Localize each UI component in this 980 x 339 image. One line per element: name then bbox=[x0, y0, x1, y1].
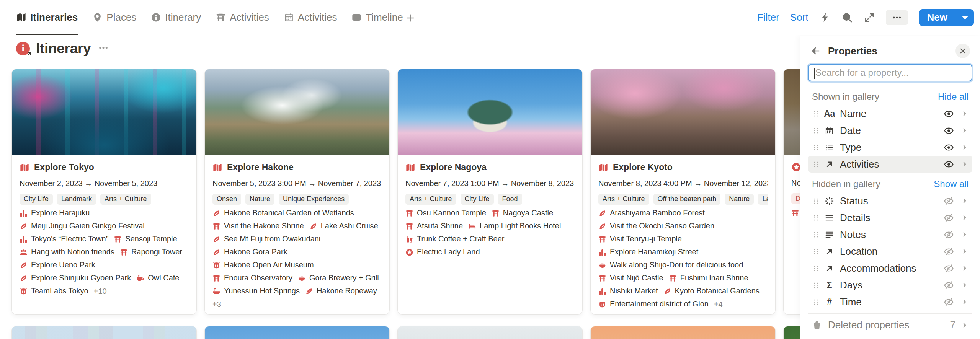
section-action-hide-all[interactable]: Hide all bbox=[938, 91, 969, 102]
activity-link[interactable]: Hang with Notion friends bbox=[31, 248, 114, 257]
drag-handle-icon[interactable] bbox=[812, 248, 820, 256]
eye-icon[interactable] bbox=[944, 142, 954, 153]
property-row-date[interactable]: Date bbox=[808, 122, 972, 139]
eye-off-icon[interactable] bbox=[944, 196, 954, 206]
eye-off-icon[interactable] bbox=[944, 230, 954, 240]
activity-link[interactable]: Visit the Okochi Sanso Garden bbox=[610, 222, 714, 231]
activity-link[interactable]: Enoura Observatory bbox=[224, 274, 292, 283]
gallery-card-partial[interactable] bbox=[204, 326, 390, 339]
eye-off-icon[interactable] bbox=[944, 213, 954, 223]
drag-handle-icon[interactable] bbox=[812, 214, 820, 222]
activity-link[interactable]: Hakone Gora Park bbox=[224, 248, 287, 257]
activity-link[interactable]: Trunk Coffee + Craft Beer bbox=[417, 235, 504, 244]
property-search-input[interactable] bbox=[809, 65, 972, 81]
activity-link[interactable]: Gora Brewery + Grill bbox=[309, 274, 379, 283]
activity-link[interactable]: Fushimi Inari Shrine bbox=[680, 274, 748, 283]
activity-link[interactable]: Hakone Ropeway bbox=[317, 287, 377, 296]
activity-link[interactable]: Nagoya Castle bbox=[503, 209, 553, 218]
activity-link[interactable]: Yunessun Hot Springs bbox=[224, 287, 300, 296]
drag-handle-icon[interactable] bbox=[812, 281, 820, 289]
view-tab-activities[interactable]: Activities bbox=[216, 0, 269, 35]
activity-link[interactable]: Hakone Open Air Museum bbox=[224, 261, 314, 270]
activity-link[interactable]: Kyoto Botanical Gardens bbox=[675, 287, 760, 296]
gallery-card-explore-tokyo[interactable]: Explore Tokyo November 2, 2023 → Novembe… bbox=[11, 69, 197, 315]
drag-handle-icon[interactable] bbox=[812, 127, 820, 135]
activity-link[interactable]: Explore Ueno Park bbox=[31, 261, 95, 270]
activity-link[interactable]: Explore Hanamikoji Street bbox=[610, 248, 698, 257]
activity-link[interactable]: Meiji Jingu Gaien Ginkgo Festival bbox=[31, 222, 145, 231]
activity-link[interactable]: Visit Tenryu-ji Temple bbox=[610, 235, 682, 244]
property-row-time[interactable]: # Time bbox=[808, 293, 972, 310]
drag-handle-icon[interactable] bbox=[812, 298, 820, 306]
new-button-label[interactable]: New bbox=[919, 9, 956, 26]
gallery-card-item[interactable]: No D bbox=[783, 69, 801, 315]
activity-link[interactable]: Hakone Botanical Garden of Wetlands bbox=[224, 209, 354, 218]
eye-off-icon[interactable] bbox=[944, 263, 954, 274]
activity-link[interactable]: TeamLabs Tokyo bbox=[31, 287, 88, 296]
activity-link[interactable]: Lamp Light Books Hotel bbox=[480, 222, 561, 231]
more-options-button[interactable] bbox=[886, 10, 908, 25]
eye-off-icon[interactable] bbox=[944, 280, 954, 290]
activity-link[interactable]: Tokyo's “Electric Town” bbox=[31, 235, 108, 244]
activity-link[interactable]: Owl Cafe bbox=[148, 274, 179, 283]
new-button[interactable]: New bbox=[919, 9, 974, 26]
drag-handle-icon[interactable] bbox=[812, 231, 820, 239]
gallery-card-explore-nagoya[interactable]: Explore Nagoya November 7, 2023 1:00 PM … bbox=[397, 69, 583, 315]
drag-handle-icon[interactable] bbox=[812, 110, 820, 118]
search-icon[interactable] bbox=[841, 12, 853, 23]
gallery-card-explore-hakone[interactable]: Explore Hakone November 5, 2023 3:00 PM … bbox=[204, 69, 390, 315]
new-dropdown-button[interactable] bbox=[956, 9, 974, 26]
activity-link[interactable]: Explore Shinjuku Gyoen Park bbox=[31, 274, 131, 283]
activity-link[interactable]: See Mt Fuji from Owakudani bbox=[224, 235, 320, 244]
property-row-status[interactable]: Status bbox=[808, 192, 972, 209]
activity-link[interactable]: Atsuta Shrine bbox=[417, 222, 463, 231]
drag-handle-icon[interactable] bbox=[812, 264, 820, 272]
add-view-button[interactable] bbox=[405, 0, 415, 35]
view-tab-places[interactable]: Places bbox=[92, 0, 136, 35]
deleted-properties-row[interactable]: Deleted properties 7 bbox=[808, 313, 972, 336]
property-row-name[interactable]: Aa Name bbox=[808, 105, 972, 122]
activity-link[interactable]: Electric Lady Land bbox=[417, 248, 480, 257]
eye-icon[interactable] bbox=[944, 109, 954, 119]
close-panel-button[interactable] bbox=[956, 44, 970, 58]
property-row-accommodations[interactable]: Accommodations bbox=[808, 260, 972, 277]
back-arrow-icon[interactable] bbox=[810, 46, 821, 56]
activity-link[interactable]: Sensoji Temple bbox=[125, 235, 177, 244]
drag-handle-icon[interactable] bbox=[812, 197, 820, 205]
eye-off-icon[interactable] bbox=[944, 246, 954, 257]
activity-link[interactable]: Osu Kannon Temple bbox=[417, 209, 486, 218]
activity-link[interactable]: Visit the Hakone Shrine bbox=[224, 222, 304, 231]
property-row-activities[interactable]: Activities bbox=[808, 156, 972, 173]
activity-link[interactable]: Walk along Shijo-Dori for delicious food bbox=[610, 261, 743, 270]
gallery-card-partial[interactable] bbox=[11, 326, 197, 339]
activity-link[interactable]: Explore Harajuku bbox=[31, 209, 90, 218]
page-menu-button[interactable] bbox=[98, 42, 109, 55]
drag-handle-icon[interactable] bbox=[812, 160, 820, 168]
property-row-type[interactable]: Type bbox=[808, 139, 972, 156]
lightning-icon[interactable] bbox=[819, 12, 831, 23]
expand-icon[interactable] bbox=[864, 12, 875, 23]
activity-link[interactable]: Visit Nijō Castle bbox=[610, 274, 663, 283]
sort-button[interactable]: Sort bbox=[790, 11, 808, 23]
filter-button[interactable]: Filter bbox=[757, 11, 779, 23]
activity-link[interactable]: Rapongi Tower bbox=[131, 248, 182, 257]
gallery-card-partial[interactable] bbox=[397, 326, 583, 339]
property-row-days[interactable]: Σ Days bbox=[808, 277, 972, 293]
gallery-card-partial[interactable] bbox=[783, 326, 801, 339]
view-tab-timeline[interactable]: Timeline bbox=[351, 0, 403, 35]
property-row-details[interactable]: Details bbox=[808, 209, 972, 226]
gallery-card-partial[interactable] bbox=[590, 326, 776, 339]
property-row-location[interactable]: Location bbox=[808, 243, 972, 260]
view-tab-itineraries[interactable]: Itineraries bbox=[16, 0, 78, 35]
activity-link[interactable]: Entertainment district of Gion bbox=[610, 300, 709, 309]
gallery-card-explore-kyoto[interactable]: Explore Kyoto November 8, 2023 4:00 PM →… bbox=[590, 69, 776, 315]
eye-off-icon[interactable] bbox=[944, 297, 954, 307]
section-action-show-all[interactable]: Show all bbox=[934, 179, 969, 189]
property-row-notes[interactable]: Notes bbox=[808, 226, 972, 243]
eye-icon[interactable] bbox=[944, 159, 954, 170]
view-tab-itinerary[interactable]: Itinerary bbox=[151, 0, 201, 35]
activity-link[interactable]: Nishiki Market bbox=[610, 287, 658, 296]
drag-handle-icon[interactable] bbox=[812, 143, 820, 152]
eye-icon[interactable] bbox=[944, 125, 954, 136]
view-tab-activities[interactable]: Activities bbox=[284, 0, 337, 35]
